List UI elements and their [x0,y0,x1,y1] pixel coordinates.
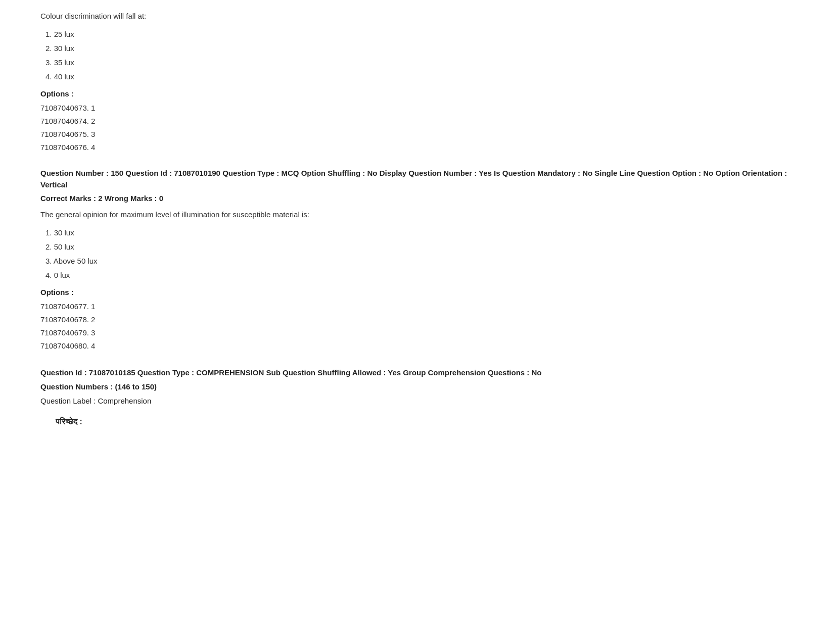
q150-option-3: 3. Above 50 lux [45,255,794,267]
q149-option-2: 2. 30 lux [45,42,794,55]
q149-option-3: 3. 35 lux [45,57,794,69]
question-label: Question Label : Comprehension [40,395,794,407]
q150-code-1: 71087040677. 1 [40,301,794,313]
parichheda-heading: परिच्छेद : [56,415,794,428]
question-numbers: Question Numbers : (146 to 150) [40,381,794,393]
q149-options-list: 1. 25 lux 2. 30 lux 3. 35 lux 4. 40 lux [45,28,794,83]
q150-option-1: 1. 30 lux [45,227,794,239]
q149-code-2: 71087040674. 2 [40,115,794,127]
q150-option-4: 4. 0 lux [45,269,794,281]
q150-code-3: 71087040679. 3 [40,327,794,339]
q149-options-label: Options : [40,88,794,100]
q149-option-4: 4. 40 lux [45,71,794,83]
q149-code-3: 71087040675. 3 [40,128,794,140]
q149-option-1: 1. 25 lux [45,28,794,40]
q150-meta: Question Number : 150 Question Id : 7108… [40,168,794,190]
q150-code-4: 71087040680. 4 [40,340,794,352]
q149-code-1: 71087040673. 1 [40,102,794,114]
comprehension-meta: Question Id : 71087010185 Question Type … [40,367,794,379]
q149-code-4: 71087040676. 4 [40,141,794,154]
q150-code-2: 71087040678. 2 [40,314,794,326]
question-intro-text: Colour discrimination will fall at: [40,10,794,22]
q150-correct-marks: Correct Marks : 2 Wrong Marks : 0 [40,192,794,205]
q150-question-text: The general opinion for maximum level of… [40,209,794,221]
q150-option-2: 2. 50 lux [45,241,794,253]
q150-options-list: 1. 30 lux 2. 50 lux 3. Above 50 lux 4. 0… [45,227,794,281]
q150-options-label: Options : [40,286,794,299]
